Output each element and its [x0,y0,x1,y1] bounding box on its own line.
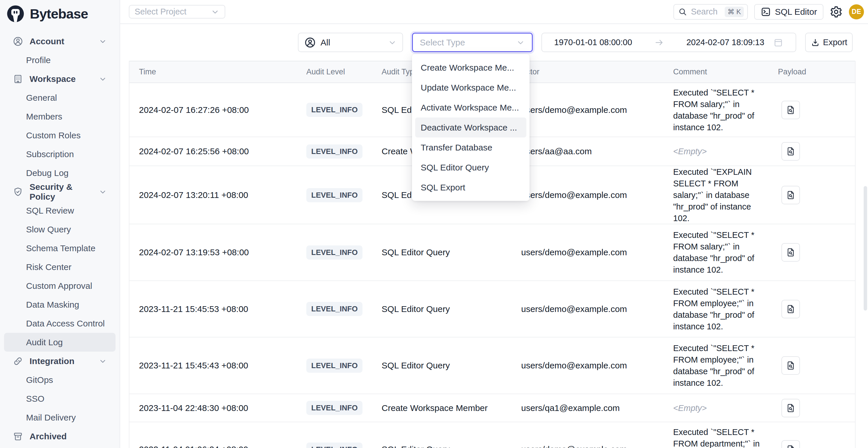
bytebase-logo[interactable]: Bytebase [0,0,120,24]
sidebar-item-custom-roles[interactable]: Custom Roles [0,126,120,145]
menu-item-create-workspace-member[interactable]: Create Workspace Me... [412,58,530,77]
col-header-actor: Actor [512,67,663,76]
level-badge: LEVEL_INFO [306,443,363,448]
calendar-icon [773,37,783,48]
shield-check-icon [13,187,23,197]
level-badge: LEVEL_INFO [306,302,363,316]
chevron-down-icon [99,188,107,196]
sidebar-item-workspace[interactable]: Workspace [0,69,120,88]
cell-audit-level: LEVEL_INFO [297,188,372,202]
export-label: Export [823,38,847,47]
menu-item-transfer-database[interactable]: Transfer Database [412,137,530,157]
cell-audit-type: SQL Editor Query [372,445,512,448]
cell-actor: users/demo@example.com [512,105,663,115]
sidebar-item-sql-review[interactable]: SQL Review [0,201,120,220]
date-from[interactable]: 1970-01-01 08:00:00 [554,38,632,47]
sidebar-item-data-access-control[interactable]: Data Access Control [0,314,120,333]
sidebar-item-gitops[interactable]: GitOps [0,371,120,389]
sidebar-item-general[interactable]: General [0,88,120,107]
sidebar-item-profile[interactable]: Profile [0,51,120,69]
cell-payload [768,440,855,448]
payload-view-button[interactable] [781,440,800,448]
sidebar-item-security-policy[interactable]: Security & Policy [0,182,120,201]
cell-audit-level: LEVEL_INFO [297,359,372,373]
menu-item-sql-editor-query[interactable]: SQL Editor Query [412,157,530,178]
sidebar-item-custom-approval[interactable]: Custom Approval [0,277,120,295]
person-circle-icon [304,37,316,48]
payload-view-button[interactable] [781,186,800,204]
actor-filter[interactable]: All [298,33,403,52]
sidebar-item-account[interactable]: Account [0,32,120,51]
cell-actor: users/demo@example.com [512,445,663,448]
cell-actor: users/qa1@example.com [512,403,663,413]
cell-comment: Executed `"SELECT * FROM salary;"` in da… [663,87,768,133]
sql-editor-button[interactable]: SQL Editor [754,4,824,20]
bytebase-logo-icon [6,5,25,23]
menu-item-update-workspace-member[interactable]: Update Workspace Me... [412,77,530,98]
bytebase-app: Bytebase Account Profile Workspace [0,0,868,448]
sidebar-item-members[interactable]: Members [0,107,120,126]
table-row: 2023-11-21 15:45:43 +08:00 LEVEL_INFO SQ… [129,338,855,394]
cell-audit-type: SQL Editor Query [372,361,512,371]
payload-view-button[interactable] [781,101,800,119]
menu-item-activate-workspace-member[interactable]: Activate Workspace Me... [412,98,530,118]
payload-view-button[interactable] [781,142,800,161]
sidebar-item-slow-query[interactable]: Slow Query [0,220,120,239]
file-search-icon [786,361,796,371]
cell-audit-type: SQL Editor Query [372,248,512,257]
avatar-initials: DE [852,8,861,15]
payload-view-button[interactable] [781,300,800,318]
cell-payload [768,101,855,119]
vertical-scrollbar-thumb[interactable] [864,186,867,311]
date-to[interactable]: 2024-02-07 18:09:13 [686,38,764,47]
chevron-down-icon [99,357,107,365]
cell-comment: <Empty> [663,402,768,414]
payload-view-button[interactable] [781,356,800,375]
payload-view-button[interactable] [781,243,800,262]
cell-audit-level: LEVEL_INFO [297,145,372,159]
sidebar-item-schema-template[interactable]: Schema Template [0,239,120,258]
terminal-icon [761,7,771,17]
sidebar-item-archived[interactable]: Archived [0,427,120,446]
menu-item-sql-export[interactable]: SQL Export [412,178,530,197]
file-search-icon [786,147,796,156]
sidebar-item-debug-log[interactable]: Debug Log [0,163,120,182]
user-circle-icon [13,36,23,46]
col-header-time: Time [129,67,297,76]
topbar: Select Project Search ⌘ K SQL Editor [120,0,868,24]
menu-item-deactivate-workspace-member[interactable]: Deactivate Workspace ... [415,118,526,137]
export-button[interactable]: Export [805,33,852,52]
sidebar-item-integration[interactable]: Integration [0,352,120,371]
sidebar-item-data-masking[interactable]: Data Masking [0,295,120,314]
cell-audit-level: LEVEL_INFO [297,103,372,117]
chevron-down-icon [516,38,525,47]
cell-comment: Executed `"SELECT * FROM department;"` i… [663,426,768,448]
cell-comment: <Empty> [663,146,768,157]
cell-comment: Executed `"SELECT * FROM salary;"` in da… [663,229,768,276]
level-badge: LEVEL_INFO [306,145,363,159]
sidebar-item-subscription[interactable]: Subscription [0,145,120,163]
avatar[interactable]: DE [849,4,864,20]
sidebar-item-mail-delivery[interactable]: Mail Delivery [0,408,120,427]
chevron-down-icon [211,7,219,16]
topbar-right-group: Search ⌘ K SQL Editor DE [674,4,864,20]
settings-gear-button[interactable] [830,5,842,18]
actor-filter-value: All [320,38,383,47]
cell-actor: users/demo@example.com [512,304,663,314]
sidebar-item-audit-log[interactable]: Audit Log [4,333,116,352]
project-select[interactable]: Select Project [129,5,225,19]
audit-type-filter[interactable]: Select Type [412,33,533,52]
search-input[interactable]: Search ⌘ K [674,4,748,20]
download-icon [811,38,820,47]
table-row: 2023-11-04 22:48:30 +08:00 LEVEL_INFO Cr… [129,394,855,422]
file-search-icon [786,403,796,413]
sidebar-item-risk-center[interactable]: Risk Center [0,258,120,277]
date-range-picker[interactable]: 1970-01-01 08:00:00 2024-02-07 18:09:13 [541,33,796,52]
cell-audit-type: SQL Editor Query [372,304,512,314]
payload-view-button[interactable] [781,399,800,417]
file-search-icon [786,304,796,314]
audit-type-placeholder: Select Type [420,38,516,47]
cell-payload [768,142,855,161]
sidebar-nav: Account Profile Workspace General [0,32,120,446]
sidebar-item-sso[interactable]: SSO [0,389,120,408]
